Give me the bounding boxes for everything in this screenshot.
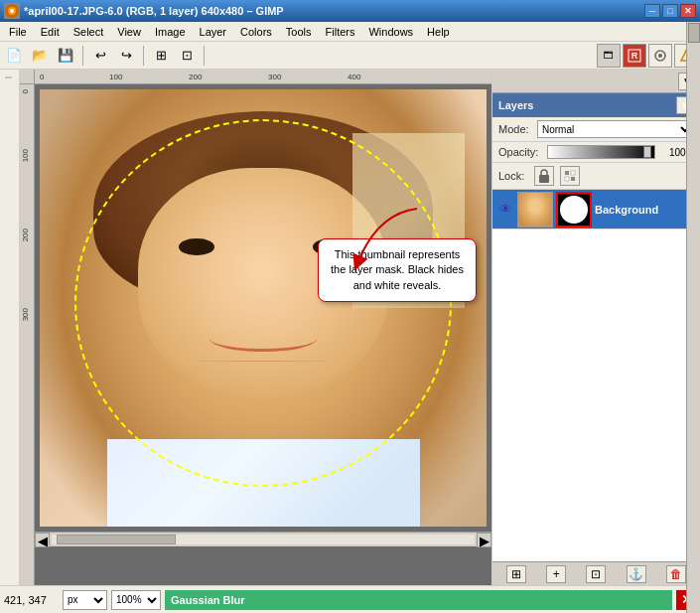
canvas-row: 0 100 200 300 (20, 84, 491, 585)
layer-thumbnail[interactable] (517, 192, 553, 228)
save-button[interactable]: 💾 (54, 44, 77, 68)
menu-select[interactable]: Select (67, 22, 111, 41)
svg-rect-7 (539, 175, 549, 183)
layers-opacity-label: Opacity: (498, 146, 543, 158)
toolbar-separator-1 (82, 46, 83, 66)
zoom-reset-button[interactable]: ⊡ (175, 44, 199, 68)
right-panel: ▼ Layers ▼ Mode: Normal Multiply Screen … (491, 70, 700, 585)
menu-bar: File Edit Select View Image Layer Colors… (0, 22, 700, 42)
opacity-slider[interactable] (547, 145, 655, 159)
toolbar: 📄 📂 💾 ↩ ↪ ⊞ ⊡ 🗔 R (0, 42, 700, 70)
scroll-track[interactable] (52, 535, 475, 544)
title-text: *april00-17.JPG-6.0 (RGB, 1 layer) 640x4… (24, 5, 284, 17)
scroll-thumb[interactable] (57, 535, 176, 544)
toolbox-ruler-indicator: | (5, 77, 14, 78)
menu-windows[interactable]: Windows (361, 22, 420, 41)
layer-eye-icon[interactable]: 👁 (496, 201, 514, 219)
layer-mask-thumbnail[interactable] (556, 192, 592, 228)
new-group-btn[interactable]: ⊞ (506, 565, 526, 583)
unit-select[interactable]: px mm in % (63, 590, 107, 610)
right-scroll-thumb[interactable] (688, 23, 700, 43)
anchor-layer-btn[interactable]: ⚓ (627, 565, 646, 583)
svg-point-6 (658, 54, 662, 58)
ruler-mark-100: 100 (109, 73, 122, 81)
svg-rect-8 (565, 171, 569, 175)
menu-edit[interactable]: Edit (34, 22, 67, 41)
panel-btn-2[interactable]: R (623, 44, 646, 68)
canvas-inner: This thumbnail represents the layer mask… (40, 89, 487, 527)
image-shirt (107, 439, 420, 527)
minimize-button[interactable]: ─ (644, 4, 660, 18)
menu-layer[interactable]: Layer (193, 22, 234, 41)
ruler-mark-200: 200 (189, 73, 202, 81)
tool-name-bar: Gaussian Blur (165, 590, 672, 610)
canvas-area: 0 100 200 300 400 0 100 200 300 (20, 70, 491, 585)
title-bar: *april00-17.JPG-6.0 (RGB, 1 layer) 640x4… (0, 0, 700, 22)
ruler-corner (20, 70, 35, 84)
layers-title: Layers ▼ (492, 93, 700, 117)
ruler-v-200: 200 (21, 229, 30, 241)
zoom-fit-button[interactable]: ⊞ (149, 44, 173, 68)
vertical-ruler: 0 100 200 300 (20, 84, 35, 585)
layer-row-background[interactable]: 👁 Background (492, 190, 700, 230)
layers-opacity-row: Opacity: 100.0 (492, 142, 700, 163)
menu-view[interactable]: View (110, 22, 148, 41)
lock-alpha-btn[interactable] (560, 166, 580, 186)
coordinates-display: 421, 347 (4, 594, 59, 606)
delete-layer-btn[interactable]: 🗑 (666, 565, 686, 583)
scroll-right-btn[interactable]: ▶ (477, 533, 491, 547)
ruler-mark-0: 0 (40, 73, 44, 81)
horizontal-scrollbar[interactable]: ◀ ▶ (35, 532, 491, 546)
panel-toolbar: ▼ (492, 70, 700, 93)
ruler-v-0: 0 (21, 89, 30, 93)
menu-tools[interactable]: Tools (279, 22, 319, 41)
title-bar-left: *april00-17.JPG-6.0 (RGB, 1 layer) 640x4… (4, 3, 284, 19)
opacity-handle[interactable] (643, 146, 651, 158)
zoom-select[interactable]: 100% 50% 200% 25% (111, 590, 161, 610)
scroll-left-btn[interactable]: ◀ (35, 533, 50, 547)
panel-btn-3[interactable] (648, 44, 672, 68)
close-button[interactable]: ✕ (680, 4, 696, 18)
window-controls[interactable]: ─ □ ✕ (644, 4, 696, 18)
new-layer-btn[interactable]: + (546, 565, 566, 583)
svg-rect-10 (565, 177, 569, 181)
layers-mode-select[interactable]: Normal Multiply Screen Overlay (537, 120, 694, 138)
tooltip-balloon: This thumbnail represents the layer mask… (318, 238, 477, 302)
panel-btn-1[interactable]: 🗔 (597, 44, 621, 68)
duplicate-layer-btn[interactable]: ⊡ (586, 565, 606, 583)
layers-lock-label: Lock: (498, 170, 528, 182)
ruler-v-300: 300 (21, 308, 30, 321)
layers-lock-row: Lock: (492, 163, 700, 190)
ruler-mark-300: 300 (268, 73, 281, 81)
svg-rect-11 (571, 177, 575, 181)
menu-colors[interactable]: Colors (233, 22, 279, 41)
undo-button[interactable]: ↩ (88, 44, 112, 68)
layer-mask-white-circle (560, 196, 588, 224)
image-smile (210, 326, 317, 352)
svg-point-2 (10, 9, 14, 13)
toolbox: | (0, 70, 20, 585)
tool-name-text: Gaussian Blur (171, 594, 245, 606)
toolbar-separator-2 (143, 46, 144, 66)
menu-image[interactable]: Image (148, 22, 193, 41)
layers-title-text: Layers (498, 99, 533, 111)
layers-mode-row: Mode: Normal Multiply Screen Overlay (492, 117, 700, 142)
right-scrollbar[interactable] (686, 22, 700, 613)
svg-text:R: R (631, 51, 638, 61)
status-bar: 421, 347 px mm in % 100% 50% 200% 25% Ga… (0, 585, 700, 613)
menu-file[interactable]: File (2, 22, 34, 41)
canvas-container[interactable]: This thumbnail represents the layer mask… (35, 84, 491, 585)
menu-help[interactable]: Help (420, 22, 457, 41)
maximize-button[interactable]: □ (662, 4, 678, 18)
svg-rect-9 (571, 171, 575, 175)
new-button[interactable]: 📄 (2, 44, 26, 68)
lock-pixels-btn[interactable] (534, 166, 554, 186)
menu-filters[interactable]: Filters (319, 22, 362, 41)
app-icon (4, 3, 20, 19)
layers-mode-label: Mode: (498, 123, 533, 135)
horizontal-ruler: 0 100 200 300 400 (35, 70, 491, 84)
redo-button[interactable]: ↪ (114, 44, 138, 68)
open-button[interactable]: 📂 (28, 44, 52, 68)
ruler-v-100: 100 (21, 149, 30, 162)
layer-list[interactable]: 👁 Background (492, 190, 700, 561)
